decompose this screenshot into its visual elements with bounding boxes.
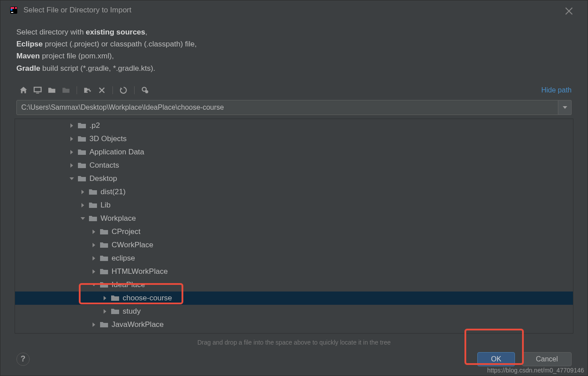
folder-icon	[89, 188, 97, 196]
folder-icon	[78, 122, 86, 130]
folder-icon	[78, 161, 86, 169]
new-folder-icon[interactable]	[81, 84, 95, 96]
import-dialog: Select File or Directory to Import Selec…	[0, 0, 588, 376]
chevron-right-icon[interactable]	[101, 295, 108, 302]
tree-item-label: Lib	[101, 201, 111, 210]
chevron-right-icon[interactable]	[101, 308, 108, 315]
folder-icon	[89, 215, 97, 223]
folder-icon	[89, 201, 97, 209]
folder-icon	[100, 228, 108, 236]
path-input[interactable]	[16, 100, 558, 115]
refresh-icon[interactable]	[116, 84, 131, 96]
description-text: Select directory with existing sources, …	[0, 20, 588, 82]
show-hidden-icon[interactable]	[138, 84, 152, 96]
tree-item[interactable]: dist(21)	[15, 185, 573, 199]
chevron-right-icon[interactable]	[90, 228, 97, 235]
intellij-icon	[9, 6, 18, 15]
hide-path-link[interactable]: Hide path	[542, 86, 572, 94]
tree-item[interactable]: 3D Objects	[15, 132, 573, 146]
dialog-title: Select File or Directory to Import	[23, 6, 132, 15]
tree-item[interactable]: HTMLWorkPlace	[15, 265, 573, 278]
tree-item-label: HTMLWorkPlace	[112, 267, 168, 276]
chevron-down-icon[interactable]	[79, 215, 86, 222]
hint-text: Drag and drop a file into the space abov…	[0, 335, 588, 352]
titlebar: Select File or Directory to Import	[0, 0, 588, 20]
svg-point-8	[142, 87, 146, 91]
folder-icon	[100, 321, 108, 329]
tree-item-label: IdeaPlace	[112, 280, 145, 289]
file-tree[interactable]: .p23D ObjectsApplication DataContactsDes…	[15, 119, 573, 334]
ok-button[interactable]: OK	[477, 352, 515, 366]
tree-item-label: CProject	[112, 227, 140, 236]
svg-rect-6	[34, 87, 41, 92]
tree-item[interactable]: eclipse	[15, 252, 573, 265]
folder-icon	[100, 254, 108, 262]
module-icon	[59, 84, 73, 96]
folder-icon	[100, 241, 108, 249]
path-row	[0, 98, 588, 118]
tree-item-label: 3D Objects	[89, 134, 127, 143]
tree-item-label: Desktop	[89, 174, 117, 183]
chevron-right-icon[interactable]	[90, 255, 97, 262]
folder-icon	[78, 135, 86, 143]
tree-item-label: dist(21)	[101, 188, 126, 196]
tree-item[interactable]: Workplace	[15, 212, 573, 225]
desktop-icon[interactable]	[31, 84, 45, 96]
svg-rect-7	[36, 92, 39, 93]
tree-item-label: choose-course	[123, 294, 172, 303]
tree-item[interactable]: CProject	[15, 225, 573, 238]
chevron-down-icon[interactable]	[68, 175, 75, 182]
svg-rect-5	[11, 12, 13, 13]
tree-item[interactable]: Contacts	[15, 159, 573, 172]
tree-item[interactable]: CWorkPlace	[15, 238, 573, 252]
path-dropdown-icon[interactable]	[558, 100, 572, 115]
chevron-right-icon[interactable]	[79, 202, 86, 209]
chevron-right-icon[interactable]	[68, 122, 75, 129]
toolbar: Hide path	[0, 82, 588, 98]
delete-icon[interactable]	[95, 84, 109, 96]
svg-rect-1	[11, 7, 12, 9]
separator	[77, 86, 77, 94]
svg-rect-2	[12, 7, 14, 9]
folder-icon	[78, 148, 86, 156]
tree-item-label: study	[123, 307, 141, 316]
chevron-right-icon[interactable]	[90, 321, 97, 328]
close-icon[interactable]	[565, 7, 573, 15]
chevron-right-icon[interactable]	[90, 268, 97, 275]
tree-item-label: Application Data	[89, 148, 144, 157]
folder-icon	[100, 281, 108, 289]
tree-item-label: Contacts	[89, 161, 119, 170]
tree-item[interactable]: Desktop	[15, 172, 573, 185]
separator	[112, 86, 113, 94]
watermark-text: https://blog.csdn.net/m0_47709146	[487, 367, 584, 374]
tree-item[interactable]: Application Data	[15, 146, 573, 159]
chevron-right-icon[interactable]	[79, 188, 86, 196]
folder-icon	[111, 294, 119, 302]
help-button[interactable]: ?	[16, 353, 30, 366]
chevron-right-icon[interactable]	[68, 149, 75, 156]
tree-item[interactable]: Lib	[15, 199, 573, 212]
chevron-down-icon[interactable]	[90, 281, 97, 288]
home-icon[interactable]	[16, 84, 31, 96]
svg-point-9	[145, 90, 148, 93]
separator	[134, 86, 135, 94]
tree-item[interactable]: JavaWorkPlace	[15, 318, 573, 331]
chevron-right-icon[interactable]	[68, 162, 75, 169]
folder-icon	[78, 175, 86, 183]
chevron-right-icon[interactable]	[68, 135, 75, 142]
tree-item[interactable]: .p2	[15, 119, 573, 132]
project-icon[interactable]	[45, 84, 59, 96]
tree-item-label: .p2	[89, 121, 100, 130]
tree-item-label: eclipse	[112, 254, 135, 263]
folder-icon	[100, 268, 108, 276]
tree-item[interactable]: study	[15, 305, 573, 318]
chevron-right-icon[interactable]	[90, 242, 97, 249]
svg-rect-3	[11, 9, 12, 11]
tree-item-label: Workplace	[101, 214, 136, 223]
folder-icon	[111, 307, 119, 315]
tree-item[interactable]: choose-course	[15, 292, 573, 305]
tree-item-label: JavaWorkPlace	[112, 320, 164, 329]
tree-item[interactable]: IdeaPlace	[15, 278, 573, 292]
svg-rect-4	[15, 7, 17, 9]
cancel-button[interactable]: Cancel	[522, 352, 572, 366]
